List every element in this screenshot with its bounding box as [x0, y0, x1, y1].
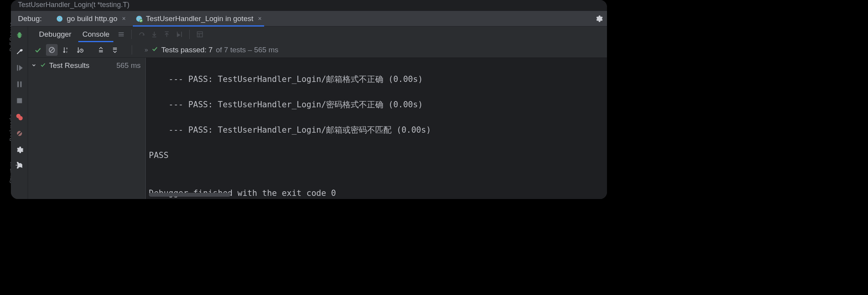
horizontal-scrollbar[interactable]	[149, 193, 231, 197]
wrench-icon[interactable]	[14, 46, 25, 57]
mute-breakpoints-icon[interactable]	[14, 128, 25, 139]
check-icon	[151, 45, 158, 54]
test-results-time: 565 ms	[116, 61, 141, 70]
debug-tabs-row: Debug: go build http.go × TestUserHandle…	[11, 11, 607, 27]
console-line: --- PASS: TestUserHandler_Login/密码格式不正确 …	[149, 98, 604, 111]
step-over-icon[interactable]	[136, 28, 148, 41]
svg-point-0	[57, 16, 63, 21]
tests-passed-count: Tests passed: 7	[161, 46, 213, 54]
pause-icon[interactable]	[14, 79, 25, 90]
svg-rect-29	[198, 32, 203, 37]
tests-total-duration: of 7 tests – 565 ms	[216, 46, 279, 54]
test-status-row: az »	[28, 42, 607, 58]
close-icon[interactable]: ×	[258, 15, 261, 22]
svg-point-3	[58, 18, 59, 19]
debug-side-toolbar	[11, 27, 28, 199]
bug-icon[interactable]	[14, 30, 25, 41]
stop-icon[interactable]	[14, 95, 25, 106]
settings-icon[interactable]	[14, 144, 25, 155]
svg-rect-14	[20, 82, 21, 87]
resume-icon[interactable]	[14, 62, 25, 73]
svg-rect-11	[17, 65, 18, 71]
breadcrumb: TestUserHandler_Login(t *testing.T)	[11, 0, 607, 11]
svg-marker-12	[19, 65, 23, 71]
svg-text:z: z	[66, 50, 68, 53]
test-results-label: Test Results	[49, 61, 89, 70]
svg-rect-15	[17, 98, 22, 103]
tab-debugger[interactable]: Debugger	[34, 27, 77, 42]
check-icon	[40, 61, 46, 70]
ide-left-edge-labels: Pull Reques Bookmarks Structure	[0, 0, 11, 199]
svg-line-33	[50, 48, 53, 51]
sort-alpha-icon[interactable]: az	[60, 44, 72, 56]
tab-console[interactable]: Console	[77, 27, 115, 42]
debugger-subtabs-row: Debugger Console	[28, 27, 607, 42]
console-output[interactable]: --- PASS: TestUserHandler_Login/邮箱格式不正确 …	[146, 58, 607, 199]
show-passed-icon[interactable]	[32, 44, 44, 56]
evaluate-expression-icon[interactable]	[194, 28, 206, 41]
console-line: PASS	[149, 149, 604, 162]
gopher-icon	[135, 15, 143, 23]
gear-icon[interactable]	[595, 14, 603, 23]
run-tab-gotest[interactable]: TestUserHandler_Login in gotest ×	[131, 11, 266, 27]
expand-all-icon[interactable]	[95, 44, 107, 56]
show-ignored-icon[interactable]	[46, 44, 58, 56]
chevrons-icon: »	[145, 46, 148, 53]
svg-text:a: a	[66, 47, 68, 50]
svg-rect-13	[17, 82, 19, 87]
breadcrumb-text: TestUserHandler_Login(t *testing.T)	[18, 1, 129, 9]
step-into-icon[interactable]	[148, 28, 161, 41]
svg-point-4	[60, 18, 61, 19]
console-line: --- PASS: TestUserHandler_Login/邮箱或密码不匹配…	[149, 124, 604, 137]
run-tab-label: go build http.go	[67, 14, 117, 23]
view-breakpoints-icon[interactable]	[14, 112, 25, 123]
run-to-cursor-icon[interactable]	[173, 28, 185, 41]
chevron-down-icon	[31, 61, 37, 70]
run-tab-label: TestUserHandler_Login in gotest	[146, 14, 254, 23]
test-results-root[interactable]: Test Results 565 ms	[28, 59, 145, 72]
run-tab-go-build[interactable]: go build http.go ×	[51, 11, 130, 27]
debug-toolwindow: TestUserHandler_Login(t *testing.T) Debu…	[11, 0, 607, 199]
test-tree[interactable]: Test Results 565 ms	[28, 58, 146, 199]
layout-icon[interactable]	[115, 28, 127, 41]
gopher-icon	[56, 15, 64, 23]
test-status-text: » Tests passed: 7 of 7 tests – 565 ms	[145, 45, 278, 54]
debug-label: Debug:	[18, 14, 42, 23]
sort-duration-icon[interactable]	[74, 44, 86, 56]
pin-icon[interactable]	[14, 161, 25, 172]
collapse-all-icon[interactable]	[109, 44, 121, 56]
console-line: --- PASS: TestUserHandler_Login/邮箱格式不正确 …	[149, 73, 604, 86]
step-out-icon[interactable]	[161, 28, 173, 41]
close-icon[interactable]: ×	[122, 15, 125, 22]
svg-point-17	[18, 116, 23, 120]
svg-point-9	[139, 18, 140, 19]
svg-point-8	[138, 18, 138, 19]
